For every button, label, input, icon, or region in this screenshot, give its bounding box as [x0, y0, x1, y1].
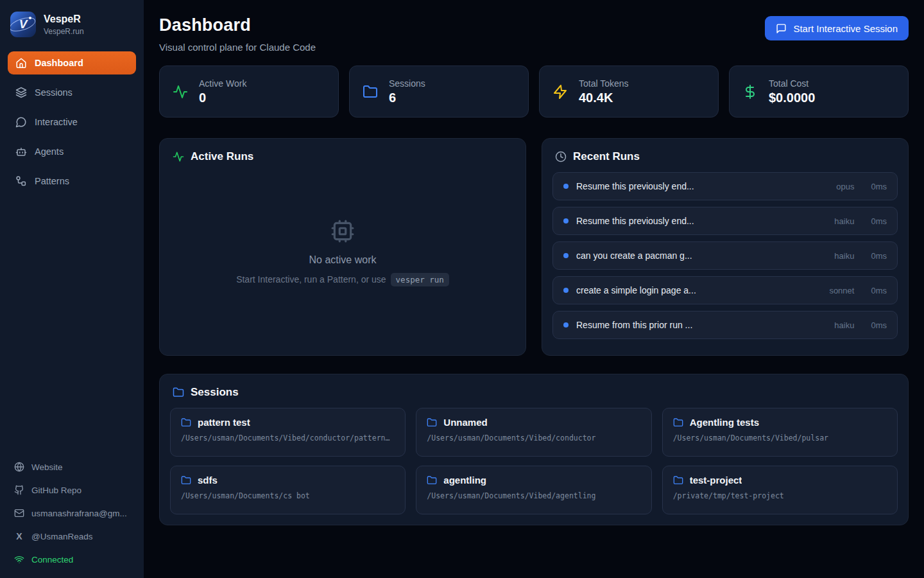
stat-value: 0: [199, 91, 246, 105]
folder-icon: [673, 417, 683, 428]
cta-label: Start Interactive Session: [793, 23, 898, 34]
panel-title: Recent Runs: [573, 150, 640, 163]
stat-value: $0.0000: [769, 91, 815, 105]
brand: V VespeR VespeR.run: [8, 10, 136, 51]
stat-label: Sessions: [389, 78, 425, 89]
chat-bubble-icon: [15, 116, 27, 128]
folder-icon: [363, 84, 378, 100]
session-card[interactable]: test-project /private/tmp/test-project: [662, 466, 898, 514]
sidebar-item-agents[interactable]: Agents: [8, 140, 136, 163]
sidebar-item-label: Sessions: [35, 87, 73, 98]
session-path: /Users/usman/Documents/Vibed/agentling: [427, 491, 640, 500]
sidebar-item-label: Dashboard: [35, 58, 83, 68]
session-card[interactable]: Unnamed /Users/usman/Documents/Vibed/con…: [416, 408, 651, 457]
activity-icon: [173, 151, 184, 162]
robot-icon: [15, 146, 27, 157]
stat-value: 6: [389, 91, 425, 105]
run-row[interactable]: Resume this previously end... haiku 0ms: [552, 207, 898, 235]
stat-label: Total Tokens: [579, 78, 629, 89]
chat-square-icon: [776, 23, 787, 34]
activity-icon: [173, 84, 188, 100]
run-model: opus: [836, 182, 854, 191]
run-row[interactable]: create a simple login page a... sonnet 0…: [552, 276, 898, 304]
stat-card-active-work: Active Work 0: [159, 66, 339, 118]
run-duration: 0ms: [871, 320, 887, 330]
x-profile-link[interactable]: X @UsmanReads: [8, 527, 136, 546]
recent-runs-list: Resume this previously end... opus 0ms R…: [552, 172, 898, 339]
run-duration: 0ms: [871, 286, 887, 295]
stats-row: Active Work 0 Sessions 6 Total Tokens 40…: [159, 66, 909, 118]
github-link[interactable]: GitHub Repo: [8, 480, 136, 500]
session-name: test-project: [690, 475, 742, 486]
email-link[interactable]: usmanashrafrana@gm...: [8, 504, 136, 523]
stat-card-total-tokens: Total Tokens 40.4K: [539, 66, 719, 118]
workflow-icon: [15, 175, 27, 187]
run-model: sonnet: [829, 286, 854, 295]
session-card[interactable]: pattern test /Users/usman/Documents/Vibe…: [170, 408, 406, 457]
mail-icon: [14, 508, 24, 518]
status-badge: Connected: [31, 555, 73, 565]
brand-domain: VespeR.run: [44, 27, 84, 36]
session-path: /Users/usman/Documents/Vibed/conductor: [427, 434, 640, 442]
session-card[interactable]: agentling /Users/usman/Documents/Vibed/a…: [416, 466, 651, 514]
sidebar-item-sessions[interactable]: Sessions: [8, 81, 136, 104]
stat-label: Total Cost: [769, 78, 815, 89]
active-runs-panel: Active Runs No active work Start Interac…: [159, 138, 526, 356]
run-row[interactable]: can you create a pacman g... haiku 0ms: [552, 241, 898, 270]
session-name: Agentling tests: [690, 417, 759, 428]
sidebar-item-label: Interactive: [35, 117, 78, 127]
start-interactive-session-button[interactable]: Start Interactive Session: [765, 16, 909, 40]
sessions-panel: Sessions pattern test /Users/usman/Docum…: [159, 374, 909, 525]
wifi-icon: [14, 554, 24, 565]
vesper-run-code-chip: vesper run: [391, 273, 449, 286]
run-model: haiku: [834, 216, 854, 226]
sessions-grid: pattern test /Users/usman/Documents/Vibe…: [170, 408, 898, 514]
run-duration: 0ms: [871, 216, 887, 226]
session-name: pattern test: [198, 417, 250, 428]
run-row[interactable]: Resume this previously end... opus 0ms: [552, 172, 898, 200]
sidebar-item-patterns[interactable]: Patterns: [8, 170, 136, 193]
panel-title: Active Runs: [191, 150, 253, 163]
sidebar-item-interactive[interactable]: Interactive: [8, 110, 136, 134]
session-card[interactable]: sdfs /Users/usman/Documents/cs bot: [170, 466, 406, 514]
lightning-icon: [552, 84, 568, 100]
run-status-dot: [563, 322, 569, 328]
run-status-dot: [563, 253, 569, 258]
page-header: Dashboard Visual control plane for Claud…: [159, 15, 909, 53]
github-icon: [14, 485, 24, 495]
run-status-dot: [563, 288, 569, 293]
session-card[interactable]: Agentling tests /Users/usman/Documents/V…: [662, 408, 898, 457]
folder-icon: [673, 475, 683, 486]
clock-icon: [555, 151, 567, 162]
page-subtitle: Visual control plane for Claude Code: [159, 42, 316, 53]
folder-icon: [173, 387, 184, 398]
sidebar-item-label: Agents: [35, 146, 64, 157]
x-icon: X: [14, 531, 24, 541]
website-link[interactable]: Website: [8, 457, 136, 477]
session-path: /private/tmp/test-project: [673, 491, 887, 500]
panel-title: Sessions: [191, 386, 239, 399]
footer-link-label: GitHub Repo: [31, 486, 81, 495]
brand-name: VespeR: [44, 13, 84, 25]
run-status-dot: [563, 184, 569, 189]
globe-icon: [14, 462, 24, 472]
folder-icon: [181, 475, 191, 486]
session-path: /Users/usman/Documents/Vibed/conductor/p…: [181, 434, 395, 442]
folder-icon: [427, 417, 437, 428]
active-runs-empty-state: No active work Start Interactive, run a …: [170, 172, 515, 333]
footer-link-label: Website: [31, 462, 63, 472]
stat-label: Active Work: [199, 78, 246, 89]
sidebar: V VespeR VespeR.run Dashboard Sessions I…: [0, 0, 144, 578]
run-duration: 0ms: [871, 182, 887, 191]
footer-link-label: usmanashrafrana@gm...: [31, 509, 127, 518]
empty-state-hint: Start Interactive, run a Pattern, or use: [236, 274, 386, 285]
run-model: haiku: [834, 251, 854, 261]
folder-icon: [427, 475, 437, 486]
sidebar-item-dashboard[interactable]: Dashboard: [8, 51, 136, 74]
vesper-logo-icon: V: [10, 12, 36, 37]
sidebar-footer: Website GitHub Repo usmanashrafrana@gm..…: [8, 457, 136, 569]
run-duration: 0ms: [871, 251, 887, 261]
footer-link-label: @UsmanReads: [31, 532, 93, 541]
empty-state-title: No active work: [309, 254, 377, 266]
run-row[interactable]: Resume from this prior run ... haiku 0ms: [552, 311, 898, 339]
